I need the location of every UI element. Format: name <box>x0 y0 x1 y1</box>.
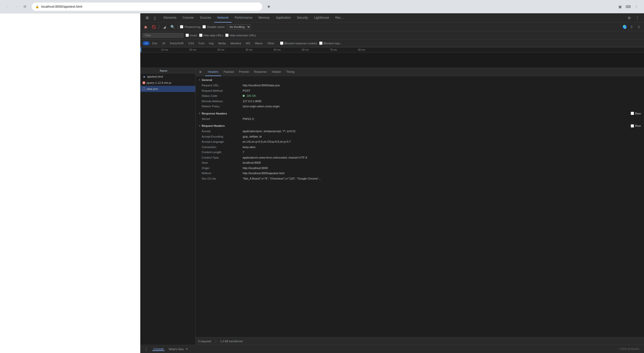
response-headers-section-header[interactable]: ▼ Response Headers Raw <box>196 111 644 116</box>
more-tools-button[interactable]: ⋮ <box>634 14 641 22</box>
pill-wasm[interactable]: Wasm <box>253 41 265 45</box>
response-headers-title: Response Headers <box>202 112 227 115</box>
tab-memory[interactable]: Memory <box>255 13 273 23</box>
detail-tab-initiator[interactable]: Initiator <box>269 68 284 76</box>
pill-doc[interactable]: Doc <box>150 41 159 45</box>
general-section-header[interactable]: ▼ General <box>196 77 644 83</box>
tab-console[interactable]: Console <box>179 13 197 23</box>
row-val-referer: http://localhost:8000/ajaxtest.html <box>243 171 284 175</box>
req-row-content-type: Content-Type: application/x-www-form-url… <box>196 155 644 160</box>
address-bar[interactable]: 🔒 localhost:8000/ajaxtest.html <box>32 3 262 11</box>
filter-input[interactable] <box>143 33 184 38</box>
pill-manifest[interactable]: Manifest <box>228 41 243 45</box>
blocked-reqs-label[interactable]: Blocked requ... <box>319 41 342 45</box>
row-key-status: Status Code: <box>202 94 243 98</box>
row-val-sec-ch-ua: "Not_A Brand";v="8", "Chromium";v="120",… <box>243 176 321 181</box>
throttle-select[interactable]: No throttling Fast 3G Slow 3G <box>227 24 251 29</box>
tab-network[interactable]: Network <box>214 13 232 23</box>
preserve-log-checkbox[interactable] <box>180 25 183 28</box>
request-headers-raw-checkbox[interactable] <box>631 124 634 128</box>
request-name-jquery: jquery-1.12.4.min.js <box>147 81 171 84</box>
bookmark-button[interactable]: ★ <box>265 3 272 10</box>
invert-filter-label[interactable]: Invert <box>186 34 197 37</box>
request-item-ajaxtest[interactable]: ■ ajaxtest.html <box>141 74 195 80</box>
tab-elements[interactable]: Elements <box>160 13 179 23</box>
row-val-referrer: strict-origin-when-cross-origin <box>243 104 280 109</box>
pill-css[interactable]: CSS <box>186 41 196 45</box>
close-detail-button[interactable]: ✕ <box>198 69 203 75</box>
detail-content: ▼ General Request URL: http://localhost:… <box>196 76 644 337</box>
tick-30ms: 30 ms <box>217 48 224 51</box>
row-key-accept-encoding: Accept-Encoding: <box>202 134 243 139</box>
disable-cache-checkbox[interactable] <box>202 25 206 28</box>
detail-tab-preview[interactable]: Preview <box>236 68 251 76</box>
bottom-tab-whats-new[interactable]: What's New ✕ <box>168 347 190 351</box>
hide-data-urls-checkbox[interactable] <box>199 34 202 37</box>
forward-button[interactable]: → <box>13 3 20 10</box>
detail-tab-response[interactable]: Response <box>251 68 269 76</box>
export-button[interactable]: ⇩ <box>636 24 642 30</box>
close-whats-new-button[interactable]: ✕ <box>185 347 189 351</box>
row-key-method: Request Method: <box>202 89 243 93</box>
request-count: 3 requests <box>198 340 211 343</box>
pill-all[interactable]: All <box>143 41 150 45</box>
tick-60ms: 60 ms <box>302 48 309 51</box>
profile-button[interactable]: ▣ <box>616 3 624 10</box>
pill-js[interactable]: JS <box>160 41 167 45</box>
menu-button[interactable]: ⋮ <box>633 3 640 10</box>
pill-font[interactable]: Font <box>197 41 206 45</box>
bottom-tab-console[interactable]: Console <box>152 347 165 351</box>
extensions-button[interactable]: ⌨ <box>625 3 632 10</box>
invert-checkbox[interactable] <box>186 34 189 37</box>
row-key-accept-language: Accept-Language: <box>202 140 243 144</box>
hide-ext-urls-checkbox[interactable] <box>225 34 229 37</box>
filter-button[interactable]: ◢ <box>161 24 167 30</box>
detail-tab-payload[interactable]: Payload <box>221 68 237 76</box>
back-button[interactable]: ← <box>4 3 11 10</box>
page-content <box>0 13 140 353</box>
pill-img[interactable]: Img <box>207 41 216 45</box>
row-key-referer: Referer: <box>202 171 243 175</box>
url-text: localhost:8000/ajaxtest.html <box>41 5 82 8</box>
clear-button[interactable]: 🚫 <box>151 24 157 30</box>
pill-other[interactable]: Other <box>265 41 276 45</box>
pill-ws[interactable]: WS <box>244 41 252 45</box>
disable-cache-label[interactable]: Disable cache <box>202 25 225 28</box>
device-toolbar-button[interactable]: ▯ <box>151 14 158 22</box>
request-item-datajson[interactable]: data.json <box>141 86 195 92</box>
settings-button[interactable]: ⚙ <box>626 14 633 22</box>
tab-application[interactable]: Application <box>273 13 294 23</box>
devtools-toolbar: ⌘ ▯ Elements Console Sources Network Per… <box>141 13 644 47</box>
request-headers-section-header[interactable]: ▼ Request Headers Raw <box>196 123 644 129</box>
network-conditions-button[interactable]: 🌎 <box>621 24 628 30</box>
pill-fetchxhr[interactable]: Fetch/XHR <box>168 41 186 45</box>
tab-performance[interactable]: Performance <box>232 13 255 23</box>
tab-security[interactable]: Security <box>294 13 311 23</box>
tab-lighthouse[interactable]: Lighthouse <box>311 13 332 23</box>
pill-media[interactable]: Media <box>216 41 228 45</box>
request-item-jquery[interactable]: jquery-1.12.4.min.js <box>141 80 195 86</box>
blocked-reqs-checkbox[interactable] <box>319 41 323 45</box>
record-button[interactable]: ◉ <box>143 24 149 30</box>
row-key-content-length: Content-Length: <box>202 150 243 154</box>
blocked-cookies-label[interactable]: Blocked response cookies <box>280 41 317 45</box>
detail-tab-headers[interactable]: Headers <box>205 68 221 76</box>
search-button[interactable]: 🔍 <box>169 24 176 30</box>
reload-button[interactable]: ⟳ <box>22 3 29 10</box>
inspect-element-button[interactable]: ⌘ <box>144 14 151 22</box>
detail-tab-timing[interactable]: Timing <box>284 68 297 76</box>
js-icon <box>143 81 145 84</box>
response-headers-raw-checkbox[interactable] <box>631 112 634 115</box>
import-button[interactable]: ⇧ <box>629 24 635 30</box>
row-val-origin: http://localhost:8000 <box>243 166 268 170</box>
row-val-status: 200 OK <box>243 94 256 98</box>
timeline-ruler: 10 ms 20 ms 30 ms 40 ms 50 ms 60 ms 70 m… <box>141 47 644 53</box>
preserve-log-label[interactable]: Preserve log <box>180 25 200 28</box>
blocked-cookies-checkbox[interactable] <box>280 41 283 45</box>
more-options-button[interactable]: ⋮ <box>143 346 149 352</box>
tab-recorder[interactable]: Rec... <box>332 13 346 23</box>
tab-sources[interactable]: Sources <box>197 13 214 23</box>
bottom-tab-bar: ⋮ Console What's New ✕ CSDN @OliviaFe... <box>141 345 644 353</box>
hide-data-urls-label[interactable]: Hide data URLs <box>199 34 223 37</box>
hide-ext-urls-label[interactable]: Hide extension URLs <box>225 34 256 37</box>
